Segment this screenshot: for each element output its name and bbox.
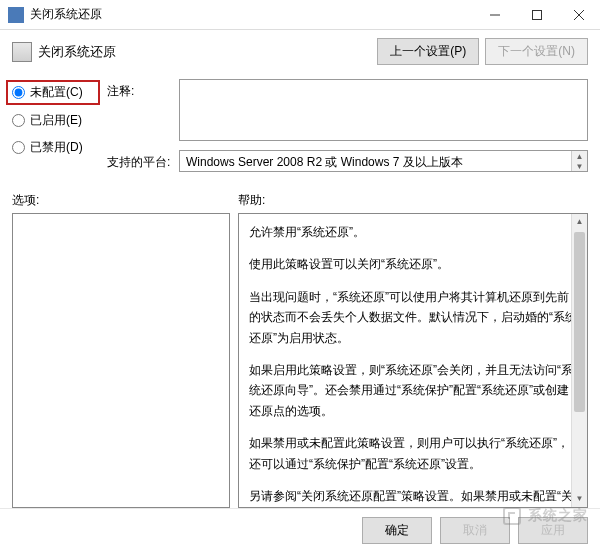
radio-disabled-input[interactable] — [12, 141, 25, 154]
titlebar: 关闭系统还原 — [0, 0, 600, 30]
radio-not-configured-input[interactable] — [12, 86, 25, 99]
radio-disabled-label: 已禁用(D) — [30, 139, 83, 156]
radio-not-configured-label: 未配置(C) — [30, 84, 83, 101]
platform-value: Windows Server 2008 R2 或 Windows 7 及以上版本 — [186, 155, 463, 169]
previous-setting-button[interactable]: 上一个设置(P) — [377, 38, 479, 65]
maximize-button[interactable] — [516, 0, 558, 30]
next-setting-button[interactable]: 下一个设置(N) — [485, 38, 588, 65]
comment-label: 注释: — [107, 79, 179, 144]
help-paragraph: 如果禁用或未配置此策略设置，则用户可以执行“系统还原”，还可以通过“系统保护”配… — [249, 433, 577, 474]
scroll-up-icon[interactable]: ▲ — [572, 214, 587, 230]
options-pane — [12, 213, 230, 508]
policy-title: 关闭系统还原 — [38, 43, 116, 61]
close-button[interactable] — [558, 0, 600, 30]
pane-labels: 选项: 帮助: — [0, 182, 600, 213]
help-paragraph: 允许禁用“系统还原”。 — [249, 222, 577, 242]
radio-enabled[interactable]: 已启用(E) — [12, 112, 97, 129]
apply-button[interactable]: 应用 — [518, 517, 588, 544]
help-paragraph: 使用此策略设置可以关闭“系统还原”。 — [249, 254, 577, 274]
platform-field: Windows Server 2008 R2 或 Windows 7 及以上版本… — [179, 150, 588, 172]
help-label: 帮助: — [238, 192, 265, 209]
window-title: 关闭系统还原 — [30, 6, 474, 23]
radio-disabled[interactable]: 已禁用(D) — [12, 139, 97, 156]
help-pane: 允许禁用“系统还原”。 使用此策略设置可以关闭“系统还原”。 当出现问题时，“系… — [238, 213, 588, 508]
radio-enabled-input[interactable] — [12, 114, 25, 127]
scroll-down-icon[interactable]: ▼ — [572, 491, 587, 507]
options-label: 选项: — [12, 192, 238, 209]
platform-label: 支持的平台: — [107, 150, 179, 172]
radio-not-configured[interactable]: 未配置(C) — [9, 83, 97, 102]
radio-group: 未配置(C) 已启用(E) 已禁用(D) — [12, 79, 97, 178]
cancel-button[interactable]: 取消 — [440, 517, 510, 544]
panes: 允许禁用“系统还原”。 使用此策略设置可以关闭“系统还原”。 当出现问题时，“系… — [0, 213, 600, 508]
help-paragraph: 另请参阅“关闭系统还原配置”策略设置。如果禁用或未配置“关闭系统还原”策略设置，… — [249, 486, 577, 508]
radio-enabled-label: 已启用(E) — [30, 112, 82, 129]
minimize-button[interactable] — [474, 0, 516, 30]
window-controls — [474, 0, 600, 30]
platform-scrollbar[interactable]: ▲ ▼ — [571, 151, 587, 171]
policy-icon — [12, 42, 32, 62]
help-paragraph: 当出现问题时，“系统还原”可以使用户将其计算机还原到先前的状态而不会丢失个人数据… — [249, 287, 577, 348]
svg-rect-1 — [533, 10, 542, 19]
scroll-thumb[interactable] — [574, 232, 585, 412]
help-paragraph: 如果启用此策略设置，则“系统还原”会关闭，并且无法访问“系统还原向导”。还会禁用… — [249, 360, 577, 421]
scroll-down-icon[interactable]: ▼ — [571, 161, 587, 171]
comment-input[interactable] — [179, 79, 588, 141]
header-area: 关闭系统还原 上一个设置(P) 下一个设置(N) — [0, 30, 600, 73]
scroll-up-icon[interactable]: ▲ — [571, 151, 587, 161]
config-area: 未配置(C) 已启用(E) 已禁用(D) 注释: 支持的平台: Windows … — [0, 73, 600, 182]
ok-button[interactable]: 确定 — [362, 517, 432, 544]
help-scrollbar[interactable]: ▲ ▼ — [571, 214, 587, 507]
footer: 确定 取消 应用 — [0, 508, 600, 552]
app-icon — [8, 7, 24, 23]
